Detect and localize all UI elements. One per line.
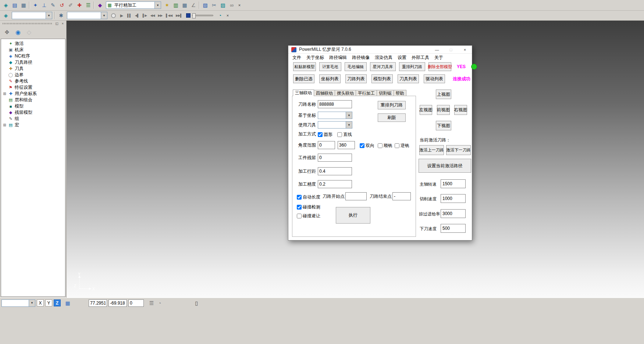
front-view-button[interactable]: 前视图 (437, 105, 450, 115)
paste-icon[interactable]: ✦ (31, 1, 40, 9)
delete-all-models-button[interactable]: 删除全部模型 (428, 62, 451, 71)
delete-selected-button[interactable]: 删除已选 (293, 74, 314, 83)
rewind-button[interactable]: ◀◀ (149, 12, 156, 19)
step-back-button[interactable]: ◀▌ (133, 12, 141, 19)
toolbar-close-icon[interactable]: × (236, 1, 243, 9)
tree-item-groups[interactable]: ✎组 (3, 116, 65, 122)
mode-line-checkbox[interactable]: 直线 (337, 131, 352, 138)
tool-library-button[interactable]: 星河刀具库 (370, 62, 396, 71)
minimize-icon[interactable]: — (430, 46, 444, 54)
toolpath-start-input[interactable] (345, 192, 367, 200)
tree-item-activate[interactable]: ✦激活 (3, 41, 65, 47)
tool-icon[interactable]: ◆ (96, 1, 104, 9)
axis-y-button[interactable]: Y (45, 299, 52, 306)
menu-about[interactable]: 关于 (432, 55, 446, 61)
clock-icon[interactable]: ◔ (216, 11, 224, 20)
chevron-down-icon[interactable]: ▼ (29, 300, 35, 306)
execute-button[interactable]: 执行 (336, 207, 370, 224)
menu-render-sim[interactable]: 渲染仿真 (372, 55, 395, 61)
right-view-button[interactable]: 右视图 (454, 105, 467, 115)
tree-item-machine[interactable]: ▣机床 (3, 47, 65, 53)
edit-icon[interactable]: ✐ (66, 1, 75, 9)
tree-item-feature-sets[interactable]: ⚑特征设置 (3, 84, 65, 91)
toolpath-end-input[interactable] (392, 192, 411, 200)
strategy-combobox[interactable]: ▦ 平行精加工 ▼ (106, 1, 161, 9)
tree-item-boundaries[interactable]: ◯边界 (3, 72, 65, 78)
tree-select-icon[interactable]: ❖ (2, 28, 12, 37)
chevron-down-icon[interactable]: ▼ (346, 122, 352, 128)
spindle-speed-input[interactable] (441, 179, 466, 188)
tree-item-stock-models[interactable]: ◆残留模型 (3, 109, 65, 116)
close-icon[interactable]: × (458, 46, 472, 54)
coordinate-y-input[interactable] (108, 299, 127, 307)
binoculars-icon[interactable]: ∞ (227, 1, 236, 9)
graph-icon[interactable]: ▥ (171, 1, 180, 9)
axis-z-button[interactable]: Z (54, 299, 61, 306)
step-forward-button[interactable]: ▌▶ (141, 12, 149, 19)
tree-item-nc-programs[interactable]: ◈NC程序 (3, 53, 65, 59)
tree-item-patterns[interactable]: ✎参考线 (3, 78, 65, 84)
toolkit-icon[interactable]: ✶ (163, 1, 171, 9)
tab-saw[interactable]: 切割锯 (377, 90, 394, 96)
menu-path-edit[interactable]: 路径编辑 (327, 55, 349, 61)
drive-list-button[interactable]: 驱动列表 (424, 74, 445, 83)
toolbar-close-icon[interactable]: × (224, 11, 231, 20)
climb-checkbox-input[interactable] (378, 143, 383, 148)
panel-close-icon[interactable]: × (60, 21, 65, 26)
coordinate-z-input[interactable] (128, 299, 144, 307)
collision-avoid-checkbox-input[interactable] (297, 214, 302, 218)
tool-list-button[interactable]: 刀具列表 (398, 74, 419, 83)
panel-toggle-icon[interactable]: ▯ (192, 299, 200, 307)
menu-path-mirror[interactable]: 路径镜像 (349, 55, 372, 61)
tool-wrench-icon[interactable]: ✱ (57, 11, 65, 20)
simulation-speed-slider[interactable] (186, 13, 213, 18)
model-stack-icon[interactable]: ◈ (1, 1, 10, 9)
transform-icon[interactable]: ✚ (75, 1, 84, 9)
auto-length-checkbox[interactable]: 自动长度 (297, 194, 320, 200)
slider-groove[interactable] (192, 15, 213, 16)
top-view-button[interactable]: 上视图 (436, 89, 451, 99)
mode-circle-checkbox[interactable]: 圆形 (318, 131, 332, 138)
pause-button[interactable]: ▌▌ (125, 12, 133, 19)
shield-icon[interactable]: ◇ (24, 28, 34, 37)
statusbar-combobox[interactable]: ▼ (1, 299, 35, 307)
fast-forward-button[interactable]: ▶▶ (156, 12, 164, 19)
reorder-toolpaths-button[interactable]: 重排列刀路 (399, 62, 425, 71)
skim-feed-input[interactable] (441, 209, 466, 218)
save-icon[interactable]: ▤ (10, 1, 19, 9)
chevron-down-icon[interactable]: ▼ (154, 2, 161, 8)
tree-item-macros[interactable]: ⊞▤宏 (3, 122, 65, 128)
menu-file[interactable]: 文件 (290, 55, 304, 61)
cutting-feed-input[interactable] (441, 194, 466, 203)
stock-allowance-input[interactable] (318, 154, 352, 162)
chevron-down-icon[interactable]: ▼ (346, 112, 352, 119)
menu-coords[interactable]: 关于坐标 (304, 55, 327, 61)
stepover-input[interactable] (318, 167, 352, 175)
tree-item-tools[interactable]: ✚刀具 (3, 66, 65, 72)
collision-check-checkbox[interactable]: 碰撞检测 (297, 204, 320, 210)
scissors-icon[interactable]: ✂ (210, 1, 218, 9)
activate-next-toolpath-button[interactable]: 激活下一刀路 (446, 145, 471, 155)
go-to-end-button[interactable]: ▶▶▌ (174, 12, 184, 19)
panel-float-icon[interactable]: ◱ (54, 21, 59, 26)
chevron-down-icon[interactable]: ▼ (101, 12, 107, 19)
tree-item-levels[interactable]: ▤层和组合 (3, 97, 65, 103)
toolpath-name-input[interactable] (318, 100, 352, 108)
list-edit-icon[interactable]: ☰ (147, 299, 156, 307)
bulb-icon[interactable] (109, 11, 118, 20)
conventional-checkbox-input[interactable] (395, 143, 399, 148)
bidirectional-checkbox[interactable]: 双向 (360, 143, 374, 149)
play-button[interactable]: ▶ (118, 12, 125, 19)
toolpath-list-button[interactable]: 刀路列表 (345, 74, 367, 83)
calculator-icon[interactable]: ▦ (180, 1, 189, 9)
tab-parallel[interactable]: 平行加工 (356, 90, 377, 96)
coordinate-x-input[interactable] (89, 299, 107, 307)
auto-length-checkbox-input[interactable] (297, 195, 302, 200)
paste-new-model-button[interactable]: 粘贴新模型 (293, 62, 316, 71)
line-checkbox-input[interactable] (337, 132, 342, 137)
tab-help[interactable]: 帮助 (394, 90, 406, 96)
angle-to-input[interactable] (338, 141, 355, 149)
menu-settings[interactable]: 设置 (395, 55, 409, 61)
left-view-button[interactable]: 左视图 (420, 105, 432, 115)
circle-checkbox-input[interactable] (318, 132, 323, 137)
